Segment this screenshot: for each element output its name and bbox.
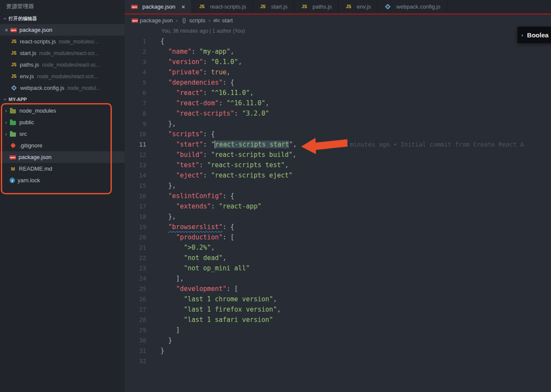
code-lines: 1{2 "name": "my-app",3 "version": "0.1.0… xyxy=(125,36,551,366)
code-line-7[interactable]: 7 "react-dom": "^16.11.0", xyxy=(125,98,551,108)
line-number: 16 xyxy=(125,191,146,201)
code-line-24[interactable]: 24 ], xyxy=(125,273,551,284)
code-text: ] xyxy=(146,325,180,335)
code-line-27[interactable]: 27 "last 1 firefox version", xyxy=(125,304,551,315)
token xyxy=(160,161,176,169)
tab-paths.js[interactable]: JSpaths.js xyxy=(294,0,339,13)
open-editor-paths.js[interactable]: JSpaths.jsnode_modules/react-sc... xyxy=(0,59,125,70)
js-icon: JS xyxy=(198,3,205,10)
close-icon[interactable]: × xyxy=(3,27,10,34)
tab-start.js[interactable]: JSstart.js xyxy=(253,0,294,13)
line-number: 24 xyxy=(125,273,146,284)
code-text: "not dead", xyxy=(146,253,227,263)
open-editor-webpack.config.js[interactable]: webpack.config.jsnode_modul... xyxy=(0,82,125,94)
code-line-28[interactable]: 28 "last 1 safari version" xyxy=(125,315,551,325)
code-line-10[interactable]: 10 "scripts": { xyxy=(125,129,551,139)
code-line-30[interactable]: 30 } xyxy=(125,335,551,346)
token xyxy=(160,99,176,107)
file-src[interactable]: ›src xyxy=(0,128,125,140)
file-package.json[interactable]: npmpackage.json xyxy=(0,151,125,163)
breadcrumb: npmpackage.json›{}scripts›abcstart xyxy=(125,15,551,26)
file-path: node_modules/react-scr... xyxy=(39,50,99,56)
code-line-20[interactable]: 20 "production": [ xyxy=(125,232,551,242)
chevron-right-icon: › xyxy=(521,32,523,38)
token: "eslintConfig" xyxy=(168,192,222,200)
code-text: "start": "react-scripts start",36 minute… xyxy=(146,139,524,150)
code-text: "eslintConfig": { xyxy=(146,191,234,201)
token: "test" xyxy=(176,161,199,169)
file-README.md[interactable]: MREADME.md xyxy=(0,163,125,175)
code-text: "scripts": { xyxy=(146,129,215,139)
line-number: 32 xyxy=(125,356,146,366)
code-line-22[interactable]: 22 "not dead", xyxy=(125,253,551,263)
code-line-15[interactable]: 15 }, xyxy=(125,181,551,191)
code-editor[interactable]: You, 36 minutes ago | 1 author (You) 1{2… xyxy=(125,26,551,392)
code-line-29[interactable]: 29 ] xyxy=(125,325,551,335)
js-icon: JS xyxy=(10,73,17,80)
gitlens-authors-codelens[interactable]: You, 36 minutes ago | 1 author (You) xyxy=(125,26,551,36)
code-line-31[interactable]: 31} xyxy=(125,346,551,356)
open-editor-package.json[interactable]: ×npmpackage.json xyxy=(0,24,125,36)
code-line-12[interactable]: 12 "build": "react-scripts build", xyxy=(125,150,551,160)
code-line-3[interactable]: 3 "version": "0.1.0", xyxy=(125,57,551,67)
code-text: } xyxy=(146,346,164,356)
tab-package.json[interactable]: npmpackage.json× xyxy=(125,0,192,13)
file-name: start.js xyxy=(20,50,36,56)
code-line-14[interactable]: 14 "eject": "react-scripts eject" xyxy=(125,170,551,181)
tab-react-scripts.js[interactable]: JSreact-scripts.js xyxy=(192,0,253,13)
breadcrumb-item-start[interactable]: abcstart xyxy=(213,17,233,24)
code-line-23[interactable]: 23 "not op_mini all" xyxy=(125,263,551,273)
suggest-popup[interactable]: › Boolea xyxy=(517,27,551,43)
code-line-32[interactable]: 32 xyxy=(125,356,551,366)
token: : xyxy=(203,151,211,159)
code-line-1[interactable]: 1{ xyxy=(125,36,551,46)
token: , xyxy=(292,151,296,159)
yarn-icon: y xyxy=(9,178,15,183)
code-line-11[interactable]: 11 "start": "react-scripts start",36 min… xyxy=(125,139,551,150)
open-editor-react-scripts.js[interactable]: JSreact-scripts.jsnode_modules/... xyxy=(0,36,125,47)
git-icon xyxy=(10,143,16,148)
line-number: 17 xyxy=(125,201,146,211)
file-.gitignore[interactable]: .gitignore xyxy=(0,140,125,151)
file-yarn.lock[interactable]: yyarn.lock xyxy=(0,175,125,186)
token xyxy=(160,264,184,272)
tab-env.js[interactable]: JSenv.js xyxy=(339,0,378,13)
code-line-16[interactable]: 16 "eslintConfig": { xyxy=(125,191,551,201)
open-editor-env.js[interactable]: JSenv.jsnode_modules/react-scri... xyxy=(0,70,125,82)
token xyxy=(160,285,176,293)
breadcrumb-label: package.json xyxy=(140,17,173,24)
token: react-scripts start xyxy=(215,141,289,148)
code-line-26[interactable]: 26 "last 1 chrome version", xyxy=(125,294,551,304)
line-number: 29 xyxy=(125,325,146,335)
open-editors-header[interactable]: › 打开的编辑器 xyxy=(0,13,125,24)
file-node_modules[interactable]: ›node_modules xyxy=(0,105,125,116)
code-text: "last 1 firefox version", xyxy=(146,304,281,315)
breadcrumb-item-package.json[interactable]: npmpackage.json xyxy=(132,17,173,24)
line-number: 30 xyxy=(125,335,146,346)
open-editor-start.js[interactable]: JSstart.jsnode_modules/react-scr... xyxy=(0,47,125,59)
close-icon[interactable]: × xyxy=(182,3,185,10)
code-line-19[interactable]: 19 "browserslist": { xyxy=(125,222,551,232)
code-line-9[interactable]: 9 }, xyxy=(125,119,551,129)
code-line-25[interactable]: 25 "development": [ xyxy=(125,284,551,294)
js-icon: JS xyxy=(259,3,266,10)
code-line-21[interactable]: 21 ">0.2%", xyxy=(125,242,551,253)
code-line-8[interactable]: 8 "react-scripts": "3.2.0" xyxy=(125,108,551,119)
token xyxy=(160,233,176,241)
code-line-6[interactable]: 6 "react": "^16.11.0", xyxy=(125,88,551,98)
code-line-13[interactable]: 13 "test": "react-scripts test", xyxy=(125,160,551,170)
file-name: package.json xyxy=(19,27,52,33)
npm-icon: npm xyxy=(132,18,138,23)
token: , xyxy=(293,141,297,148)
project-header[interactable]: › MY-APP xyxy=(0,94,125,105)
code-line-5[interactable]: 5 "dependencies": { xyxy=(125,77,551,88)
file-name: paths.js xyxy=(20,61,39,68)
tab-webpack.config.js[interactable]: webpack.config.js xyxy=(378,0,447,13)
code-line-17[interactable]: 17 "extends": "react-app" xyxy=(125,201,551,211)
code-line-18[interactable]: 18 }, xyxy=(125,211,551,222)
code-line-4[interactable]: 4 "private": true, xyxy=(125,67,551,77)
file-public[interactable]: ›public xyxy=(0,116,125,128)
breadcrumb-item-scripts[interactable]: {}scripts xyxy=(181,17,206,24)
code-line-2[interactable]: 2 "name": "my-app", xyxy=(125,46,551,57)
line-number: 18 xyxy=(125,211,146,222)
